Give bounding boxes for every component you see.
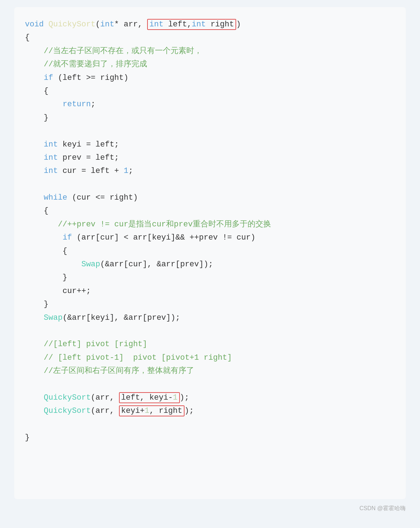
code-line-8: }	[25, 111, 392, 124]
code-line-1: void QuickySort(int* arr, int left,int r…	[25, 18, 392, 31]
code-line-14: //++prev != cur是指当cur和prev重合时不用多于的交换	[25, 218, 392, 231]
code-line-20: }	[25, 298, 392, 311]
code-line-blank3	[25, 324, 392, 338]
code-line-9: int keyi = left;	[25, 138, 392, 151]
code-line-blank2	[25, 178, 392, 191]
code-block: void QuickySort(int* arr, int left,int r…	[14, 7, 406, 499]
code-line-21: Swap(&arr[keyi], &arr[prev]);	[25, 311, 392, 324]
code-line-6: {	[25, 84, 392, 98]
code-line-blank5	[25, 418, 392, 431]
code-line-23: // [left pivot-1] pivot [pivot+1 right]	[25, 351, 392, 364]
code-line-2: {	[25, 31, 392, 44]
code-line-24: //左子区间和右子区间有序，整体就有序了	[25, 364, 392, 378]
code-line-22: //[left] pivot [right]	[25, 338, 392, 351]
code-line-12: while (cur <= right)	[25, 191, 392, 204]
code-line-19: cur++;	[25, 284, 392, 298]
code-line-11: int cur = left + 1;	[25, 164, 392, 178]
code-line-16: {	[25, 245, 392, 258]
code-line-26: QuickySort(arr, keyi+1, right);	[25, 404, 392, 417]
code-line-blank1	[25, 124, 392, 138]
code-line-15: if (arr[cur] < arr[keyi]&& ++prev != cur…	[25, 231, 392, 244]
code-line-3: //当左右子区间不存在，或只有一个元素时，	[25, 45, 392, 58]
code-line-4: //就不需要递归了，排序完成	[25, 58, 392, 71]
code-line-13: {	[25, 204, 392, 217]
code-line-17: Swap(&arr[cur], &arr[prev]);	[25, 258, 392, 271]
code-line-10: int prev = left;	[25, 151, 392, 164]
code-line-5: if (left >= right)	[25, 71, 392, 84]
code-line-27: }	[25, 431, 392, 444]
code-line-25: QuickySort(arr, left, keyi-1);	[25, 391, 392, 404]
code-line-blank4	[25, 378, 392, 391]
code-line-7: return;	[25, 98, 392, 111]
footer-credit: CSDN @霍霍哈嗨	[14, 505, 406, 512]
code-line-18: }	[25, 271, 392, 284]
